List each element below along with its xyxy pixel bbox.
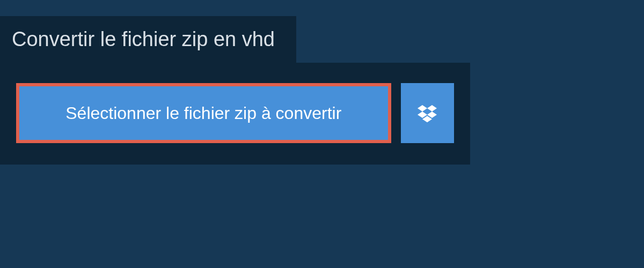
converter-panel: Sélectionner le fichier zip à convertir bbox=[0, 63, 470, 165]
dropbox-button[interactable] bbox=[401, 83, 454, 143]
select-file-label: Sélectionner le fichier zip à convertir bbox=[65, 103, 341, 123]
tab-header: Convertir le fichier zip en vhd bbox=[0, 16, 296, 63]
dropbox-icon bbox=[418, 103, 437, 123]
select-file-button[interactable]: Sélectionner le fichier zip à convertir bbox=[16, 83, 391, 143]
button-row: Sélectionner le fichier zip à convertir bbox=[16, 83, 454, 143]
page-title: Convertir le fichier zip en vhd bbox=[12, 28, 275, 50]
